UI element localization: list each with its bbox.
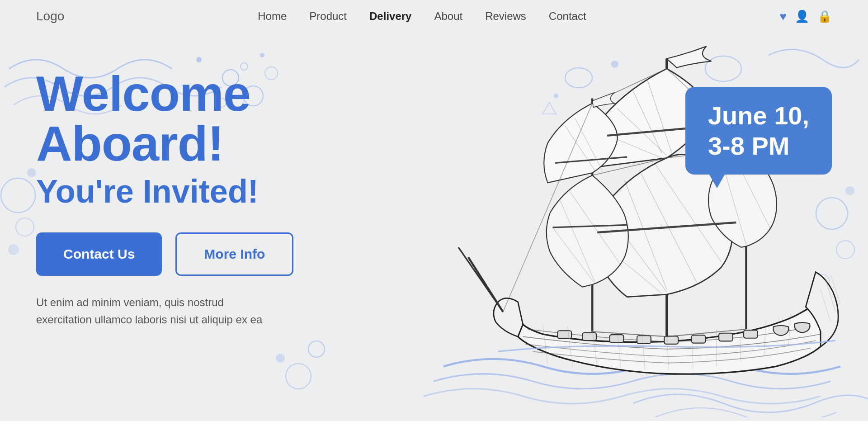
- nav-contact[interactable]: Contact: [549, 10, 586, 23]
- nav-product[interactable]: Product: [309, 10, 347, 23]
- user-icon[interactable]: 👤: [795, 9, 809, 24]
- nav-reviews[interactable]: Reviews: [485, 10, 526, 23]
- lock-icon[interactable]: 🔒: [817, 9, 832, 24]
- hero-title: Welcome Aboard!: [36, 69, 293, 168]
- nav-icon-group: ♥ 👤 🔒: [780, 9, 832, 24]
- hero-title-line1: Welcome: [36, 66, 250, 121]
- nav-home[interactable]: Home: [258, 10, 287, 23]
- hero-title-line2: Aboard!: [36, 115, 224, 171]
- svg-rect-29: [692, 335, 706, 343]
- svg-point-15: [308, 341, 325, 357]
- heart-icon[interactable]: ♥: [780, 9, 787, 24]
- svg-rect-30: [719, 333, 733, 341]
- svg-line-33: [458, 247, 503, 312]
- nav-delivery[interactable]: Delivery: [369, 10, 411, 23]
- date-bubble: June 10, 3-8 PM: [685, 87, 832, 175]
- svg-rect-24: [557, 331, 571, 339]
- hero-left-content: Welcome Aboard! You're Invited! Contact …: [36, 51, 293, 329]
- svg-point-16: [286, 364, 311, 389]
- svg-point-12: [16, 218, 34, 236]
- svg-rect-26: [610, 335, 624, 343]
- hero-buttons: Contact Us More Info: [36, 232, 293, 276]
- hero-body-text: Ut enim ad minim veniam, quis nostrud ex…: [36, 294, 293, 329]
- nav-links: Home Product Delivery About Reviews Cont…: [258, 10, 586, 23]
- svg-rect-27: [637, 336, 651, 344]
- navbar: Logo Home Product Delivery About Reviews…: [0, 0, 868, 33]
- logo[interactable]: Logo: [36, 9, 64, 24]
- hero-subtitle: You're Invited!: [36, 173, 293, 210]
- svg-point-13: [8, 244, 19, 255]
- contact-us-button[interactable]: Contact Us: [36, 232, 162, 276]
- date-line1: June 10,: [708, 100, 809, 131]
- more-info-button[interactable]: More Info: [175, 232, 293, 276]
- svg-line-59: [592, 331, 667, 336]
- hero-section: Welcome Aboard! You're Invited! Contact …: [0, 33, 868, 417]
- svg-point-14: [27, 168, 36, 177]
- svg-point-17: [276, 354, 285, 363]
- svg-rect-31: [744, 330, 758, 338]
- svg-point-11: [1, 178, 35, 213]
- svg-rect-28: [664, 336, 678, 344]
- date-line2: 3-8 PM: [708, 131, 809, 161]
- ship-illustration: [416, 19, 868, 421]
- nav-about[interactable]: About: [434, 10, 462, 23]
- svg-rect-25: [582, 333, 596, 341]
